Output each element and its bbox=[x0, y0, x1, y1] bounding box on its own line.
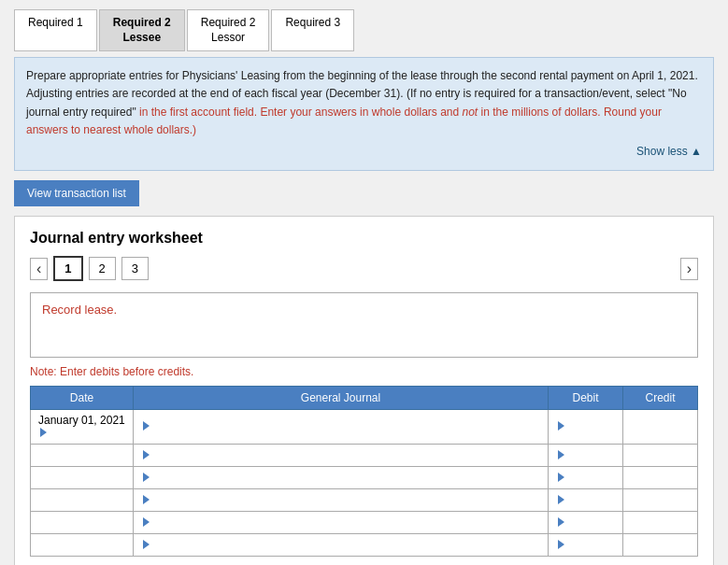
info-text: Prepare appropriate entries for Physicia… bbox=[26, 69, 698, 136]
credit-cell-6[interactable] bbox=[623, 534, 698, 557]
journal-table: Date General Journal Debit Credit Januar… bbox=[30, 386, 698, 557]
date-cell-4[interactable] bbox=[31, 489, 134, 512]
tab-required3[interactable]: Required 3 bbox=[271, 9, 354, 51]
table-row bbox=[31, 489, 698, 512]
record-lease-text: Record lease. bbox=[42, 303, 117, 317]
page-1-button[interactable]: 1 bbox=[53, 256, 82, 281]
debit-cell-2[interactable] bbox=[549, 445, 623, 467]
arrow-icon-d5 bbox=[558, 517, 564, 527]
table-row: January 01, 2021 bbox=[31, 410, 698, 445]
table-row bbox=[31, 445, 698, 467]
credit-cell-3[interactable] bbox=[623, 467, 698, 489]
show-less-link[interactable]: Show less ▲ bbox=[26, 143, 702, 161]
date-cell-2[interactable] bbox=[31, 445, 134, 467]
table-row bbox=[31, 512, 698, 534]
credit-cell-2[interactable] bbox=[623, 445, 698, 467]
arrow-icon-d4 bbox=[558, 495, 564, 504]
note-text: Note: Enter debits before credits. bbox=[30, 365, 698, 378]
arrow-icon-j5 bbox=[143, 517, 150, 527]
arrow-icon-j1 bbox=[143, 421, 150, 431]
page-2-button[interactable]: 2 bbox=[89, 257, 116, 280]
tab-required2-lessor[interactable]: Required 2Lessor bbox=[187, 9, 270, 51]
date-cell-3[interactable] bbox=[31, 467, 134, 489]
date-cell-6[interactable] bbox=[31, 534, 134, 557]
debit-cell-6[interactable] bbox=[549, 534, 623, 557]
credit-cell-5[interactable] bbox=[623, 512, 698, 534]
journal-cell-6[interactable] bbox=[134, 534, 549, 557]
prev-page-button[interactable]: ‹ bbox=[30, 258, 48, 280]
date-cell-5[interactable] bbox=[31, 512, 134, 534]
arrow-icon-j4 bbox=[143, 495, 150, 504]
credit-cell-1[interactable] bbox=[623, 410, 698, 445]
journal-cell-5[interactable] bbox=[134, 512, 549, 534]
worksheet-title: Journal entry worksheet bbox=[30, 230, 698, 247]
arrow-icon-d1 bbox=[558, 421, 564, 431]
info-box: Prepare appropriate entries for Physicia… bbox=[14, 57, 714, 171]
worksheet-card: Journal entry worksheet ‹ 1 2 3 › Record… bbox=[14, 216, 714, 565]
arrow-icon-j2 bbox=[143, 450, 150, 459]
journal-cell-1[interactable] bbox=[134, 410, 549, 445]
debit-cell-3[interactable] bbox=[549, 467, 623, 489]
journal-cell-3[interactable] bbox=[134, 467, 549, 489]
page-nav: ‹ 1 2 3 › bbox=[30, 256, 698, 281]
next-page-button[interactable]: › bbox=[680, 258, 698, 280]
col-header-credit: Credit bbox=[623, 387, 698, 410]
arrow-icon-j3 bbox=[143, 473, 150, 482]
col-header-date: Date bbox=[31, 387, 134, 410]
table-row bbox=[31, 534, 698, 557]
info-red-text: in the first account field. Enter your a… bbox=[26, 106, 662, 136]
page-3-button[interactable]: 3 bbox=[121, 257, 149, 280]
tab-required2-lessee[interactable]: Required 2Lessee bbox=[99, 9, 185, 51]
debit-cell-1[interactable] bbox=[549, 410, 623, 445]
tab-bar: Required 1 Required 2Lessee Required 2Le… bbox=[14, 9, 714, 51]
table-row bbox=[31, 467, 698, 489]
arrow-icon-1 bbox=[40, 428, 47, 437]
arrow-icon-j6 bbox=[143, 540, 150, 549]
col-header-journal: General Journal bbox=[134, 387, 549, 410]
journal-cell-4[interactable] bbox=[134, 489, 549, 512]
debit-cell-4[interactable] bbox=[549, 489, 623, 512]
credit-cell-4[interactable] bbox=[623, 489, 698, 512]
debit-cell-5[interactable] bbox=[549, 512, 623, 534]
view-transaction-btn[interactable]: View transaction list bbox=[14, 180, 139, 206]
date-cell-1[interactable]: January 01, 2021 bbox=[31, 410, 134, 445]
arrow-icon-d6 bbox=[558, 540, 564, 549]
col-header-debit: Debit bbox=[549, 387, 623, 410]
journal-cell-2[interactable] bbox=[134, 445, 549, 467]
record-lease-box: Record lease. bbox=[30, 292, 698, 358]
arrow-icon-d3 bbox=[558, 473, 564, 482]
tab-required1[interactable]: Required 1 bbox=[14, 9, 97, 51]
arrow-icon-d2 bbox=[558, 450, 564, 459]
